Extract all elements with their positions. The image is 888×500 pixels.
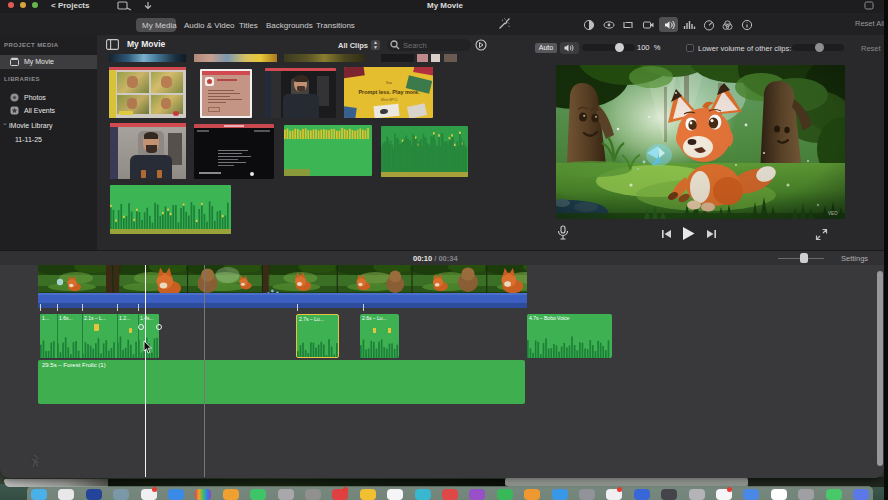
svg-text:VEO: VEO bbox=[828, 211, 838, 216]
